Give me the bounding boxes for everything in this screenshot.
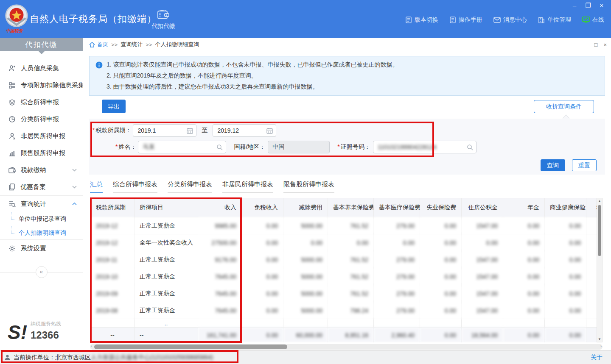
table-cell: --: [91, 328, 135, 343]
bar-chart-icon: [8, 150, 16, 157]
table-cell: 0.00: [242, 251, 283, 268]
table-cell: 0.00: [242, 328, 283, 343]
scroll-up-icon[interactable]: ▲: [597, 199, 602, 203]
search-icon[interactable]: [216, 144, 223, 150]
vertical-scrollbar[interactable]: ▲ ▼: [597, 198, 603, 342]
scroll-left-icon[interactable]: ‹: [91, 344, 92, 348]
collapse-query-button[interactable]: 收折查询条件: [534, 100, 594, 113]
column-header: 基本医疗保险费: [374, 198, 420, 217]
document-icon: [405, 17, 412, 23]
column-header: 年金: [503, 198, 545, 217]
export-button[interactable]: 导出: [102, 100, 126, 113]
online-status[interactable]: 在线: [582, 16, 604, 24]
name-input[interactable]: 马某: [138, 141, 226, 153]
horizontal-scrollbar[interactable]: ‹ ›: [90, 344, 603, 350]
sidebar-item-query-statistics[interactable]: 查询统计: [0, 195, 83, 212]
horizontal-scroll-thumb[interactable]: [94, 345, 287, 349]
tab-classified-income[interactable]: 分类所得申报表: [168, 181, 212, 193]
column-header: 免税收入: [242, 198, 283, 217]
table-cell: 7645.00: [198, 285, 242, 302]
table-cell: 0.00: [374, 234, 420, 251]
sidebar-item-nonresident-income[interactable]: 非居民所得申报: [0, 128, 83, 144]
panel-window-controls: □ ×: [594, 42, 607, 48]
tab-nonresident-income[interactable]: 非居民所得申报表: [222, 181, 273, 193]
calendar-icon[interactable]: [266, 128, 273, 134]
reset-button[interactable]: 重置: [572, 159, 597, 171]
period-from-value: 2019.1: [137, 127, 156, 134]
chevron-up-icon: [72, 203, 77, 206]
tab-summary[interactable]: 汇总: [90, 181, 103, 193]
table-row: 2019-10正常工资薪金7645.000.005000.00761.52279…: [91, 268, 597, 285]
tab-restricted-shares[interactable]: 限售股所得申报表: [283, 181, 334, 193]
sidebar-header: 代扣代缴: [0, 38, 83, 51]
sidebar-item-label: 查询统计: [21, 200, 67, 208]
sidebar-subitem-personal-withholding-query[interactable]: 个人扣缴明细查询: [0, 226, 83, 239]
table-cell: [586, 268, 597, 285]
top-menu: 版本切换 操作手册 消息中心 单位管理 在线: [405, 16, 604, 24]
search-list-icon: [8, 200, 16, 208]
column-header: 所得项目: [135, 198, 198, 217]
gear-icon: [8, 245, 16, 252]
sidebar-subitem-unit-declaration-query[interactable]: 单位申报记录查询: [0, 212, 83, 226]
calendar-icon[interactable]: [187, 128, 193, 134]
breadcrumb-separator: >>: [146, 42, 152, 48]
table-cell: 正常工资薪金: [135, 217, 198, 234]
table-cell: [545, 319, 586, 328]
panel-close-button[interactable]: ×: [603, 42, 607, 48]
breadcrumb-home[interactable]: 首页: [89, 41, 108, 48]
sidebar-item-tax-payment[interactable]: 税款缴纳: [0, 161, 83, 178]
tab-withholding-module[interactable]: 代扣代缴: [146, 6, 180, 34]
panel-maximize-button[interactable]: □: [594, 42, 598, 48]
online-status-icon: [582, 17, 590, 23]
period-from-input[interactable]: 2019.1: [133, 124, 196, 137]
restore-button[interactable]: ❐: [585, 2, 591, 9]
menu-unit-management[interactable]: 单位管理: [538, 16, 571, 24]
table-row: 2019-09正常工资薪金7645.000.005000.00761.52279…: [91, 285, 597, 302]
sidebar-item-restricted-shares[interactable]: 限售股所得申报: [0, 144, 83, 161]
layers-icon: [8, 99, 16, 106]
menu-manual[interactable]: 操作手册: [449, 16, 482, 24]
vertical-scroll-thumb[interactable]: [598, 205, 601, 256]
sidebar-item-special-deduction[interactable]: 专项附加扣除信息采集: [0, 77, 83, 94]
search-icon[interactable]: [467, 144, 473, 150]
table-cell: 1547.00: [462, 217, 503, 234]
scroll-down-icon[interactable]: ▼: [597, 337, 602, 341]
table-cell: [283, 319, 328, 328]
about-link[interactable]: 关于: [591, 354, 603, 361]
sidebar-item-label: 系统设置: [21, 245, 77, 253]
search-button[interactable]: 查询: [541, 159, 565, 171]
sidebar-item-system-settings[interactable]: 系统设置: [0, 240, 83, 257]
scroll-right-icon[interactable]: ›: [600, 344, 602, 348]
hotline-mark: S!: [8, 324, 27, 341]
sidebar-item-classified-income[interactable]: 分类所得申报: [0, 111, 83, 128]
breadcrumb: 首页 >> 查询统计 >> 个人扣缴明细查询 □ ×: [83, 38, 611, 51]
sidebar-item-preferential-filing[interactable]: 优惠备案: [0, 178, 83, 195]
sidebar-collapse-button[interactable]: «: [36, 266, 48, 278]
wallet-icon: [8, 167, 16, 173]
table-cell: 0.00: [242, 217, 283, 234]
user-icon: [4, 354, 11, 361]
table-cell: 798.24: [328, 302, 374, 319]
info-icon: [95, 61, 103, 92]
sidebar-item-label: 人员信息采集: [21, 64, 77, 72]
table-cell: [374, 319, 420, 328]
table-cell: 0.00: [420, 234, 462, 251]
id-number-input[interactable]: 110102199904228124: [373, 141, 476, 153]
minimize-button[interactable]: –: [571, 2, 578, 9]
tab-comprehensive-income[interactable]: 综合所得申报表: [113, 181, 157, 193]
period-to-value: 2019.12: [217, 127, 239, 134]
period-to-input[interactable]: 2019.12: [213, 124, 276, 137]
table-cell: 761.52: [328, 268, 374, 285]
menu-label: 操作手册: [459, 16, 482, 24]
sidebar-item-comprehensive-income[interactable]: 综合所得申报: [0, 94, 83, 111]
column-header: 商业健康保险: [545, 198, 586, 217]
period-label: *税款所属期：: [92, 127, 131, 134]
table-cell: [586, 319, 597, 328]
menu-message-center[interactable]: 消息中心: [493, 16, 527, 24]
close-button[interactable]: ×: [598, 2, 605, 9]
mail-icon: [493, 17, 501, 23]
sidebar-item-personnel-info[interactable]: 人员信息采集: [0, 60, 83, 77]
table-cell: 279.00: [374, 268, 420, 285]
menu-version-switch[interactable]: 版本切换: [405, 16, 438, 24]
table-cell: 0.00: [503, 217, 545, 234]
